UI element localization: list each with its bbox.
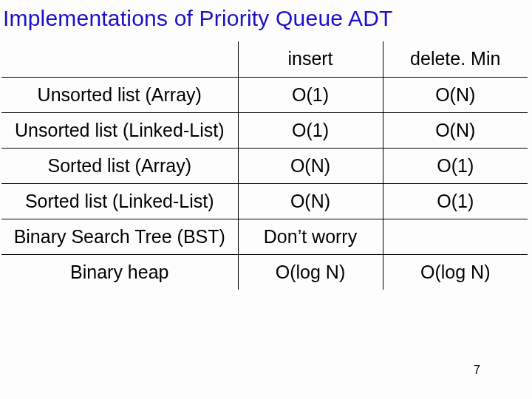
row-deletemin [383,219,528,254]
table-header-insert: insert [238,41,383,77]
row-deletemin: O(N) [383,77,528,112]
row-insert: O(1) [238,77,383,112]
row-deletemin: O(log N) [383,254,528,290]
row-insert: O(N) [238,183,383,219]
table-header-empty [1,41,238,77]
row-name: Unsorted list (Linked-List) [1,112,238,148]
row-name: Binary Search Tree (BST) [1,219,238,254]
complexity-table: insert delete. Min Unsorted list (Array)… [1,41,528,290]
page-number: 7 [474,364,480,377]
row-insert: O(N) [238,148,383,183]
row-name: Sorted list (Array) [1,148,238,183]
slide: Implementations of Priority Queue ADT in… [0,0,532,399]
table-header-deletemin: delete. Min [383,41,528,77]
row-insert: O(log N) [238,254,383,290]
row-name: Binary heap [1,254,238,290]
row-name: Sorted list (Linked-List) [1,183,238,219]
row-insert: O(1) [238,112,383,148]
row-deletemin: O(N) [383,112,528,148]
slide-title: Implementations of Priority Queue ADT [3,6,531,31]
row-name: Unsorted list (Array) [1,77,238,112]
row-insert: Don’t worry [238,219,383,254]
row-deletemin: O(1) [383,183,528,219]
row-deletemin: O(1) [383,148,528,183]
